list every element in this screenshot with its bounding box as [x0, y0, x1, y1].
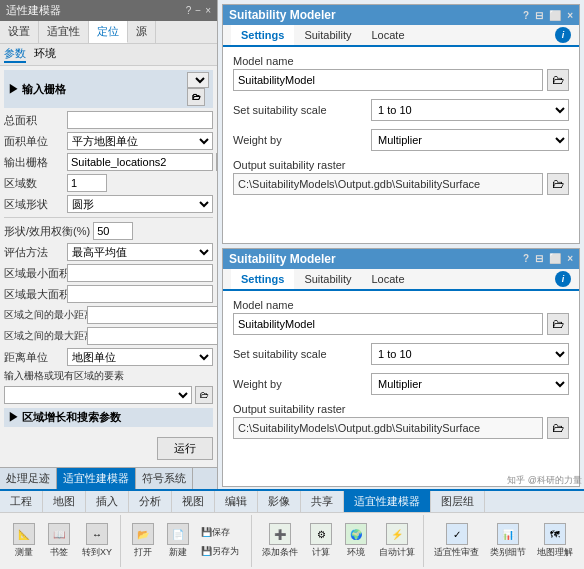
bottom-tab-suitability[interactable]: 适宜性建模器: [57, 468, 136, 489]
top-output-raster-label: Output suitability raster: [233, 159, 569, 171]
left-panel-tabs: 设置 适宜性 定位 源: [0, 21, 217, 44]
toolbar-tab-image[interactable]: 影像: [258, 491, 301, 512]
top-panel-help[interactable]: ?: [523, 10, 529, 21]
bottom-tab-suitability[interactable]: Suitability: [294, 269, 361, 291]
bottom-suitability-scale-select[interactable]: 1 to 10: [371, 343, 569, 365]
top-tab-settings[interactable]: Settings: [231, 25, 294, 47]
toolbar-tab-view[interactable]: 视图: [172, 491, 215, 512]
bottom-tab-locate[interactable]: Locate: [361, 269, 414, 291]
bottom-weight-by-select[interactable]: Multiplier: [371, 373, 569, 395]
top-tab-suitability[interactable]: Suitability: [294, 25, 361, 47]
top-model-name-input[interactable]: [233, 69, 543, 91]
top-panel-pin[interactable]: ⊟: [535, 10, 543, 21]
suitability-panel-bottom: Suitability Modeler ? ⊟ ⬜ × Settings Sui…: [222, 248, 580, 488]
toolbar-tab-insert[interactable]: 插入: [86, 491, 129, 512]
bottom-output-raster-folder[interactable]: 🗁: [547, 417, 569, 439]
bottom-panel-close[interactable]: ×: [567, 253, 573, 264]
minimize-icon[interactable]: −: [195, 5, 201, 16]
bottom-panel-help[interactable]: ?: [523, 253, 529, 264]
output-raster-folder[interactable]: 🗁: [216, 153, 217, 171]
toolbar-tab-project[interactable]: 工程: [0, 491, 43, 512]
region-shape-select[interactable]: 圆形: [67, 195, 213, 213]
output-raster-input[interactable]: [67, 153, 213, 171]
total-area-input[interactable]: [67, 111, 213, 129]
toolbar-new[interactable]: 📄 新建: [162, 521, 194, 561]
close-icon[interactable]: ×: [205, 5, 211, 16]
toolbar-tab-share[interactable]: 共享: [301, 491, 344, 512]
bottom-panel-pin[interactable]: ⊟: [535, 253, 543, 264]
top-panel-close[interactable]: ×: [567, 10, 573, 21]
toolbar-tab-analysis[interactable]: 分析: [129, 491, 172, 512]
toolbar-save-label: 💾: [201, 527, 212, 537]
max-area-input[interactable]: [67, 285, 213, 303]
bottom-tab-settings[interactable]: Settings: [231, 269, 294, 291]
top-output-raster-input[interactable]: [233, 173, 543, 195]
bottom-tab-symbol[interactable]: 符号系统: [136, 468, 193, 489]
toolbar-gotoxy[interactable]: ↔ 转到XY: [78, 521, 116, 561]
eval-method-label: 评估方法: [4, 245, 64, 260]
left-bottom-tabs: 处理足迹 适宜性建模器 符号系统: [0, 467, 217, 489]
environment-icon: 🌍: [345, 523, 367, 545]
toolbar-auto-calculate[interactable]: ⚡ 自动计算: [375, 521, 419, 561]
toolbar-saveas[interactable]: 💾 另存为: [197, 542, 247, 560]
input-raster-elements-select[interactable]: [4, 386, 192, 404]
tab-suitability[interactable]: 适宜性: [39, 21, 89, 43]
bottom-model-name-folder[interactable]: 🗁: [547, 313, 569, 335]
help-icon[interactable]: ?: [186, 5, 192, 16]
input-raster-folder[interactable]: 🗁: [187, 88, 205, 106]
grow-section[interactable]: ▶ 区域增长和搜索参数: [4, 408, 213, 427]
top-panel-content: Model name 🗁 Set suitability scale 1 to …: [223, 47, 579, 207]
params-tab[interactable]: 参数: [4, 46, 26, 63]
max-dist-input[interactable]: [87, 327, 217, 345]
eval-method-select[interactable]: 最高平均值: [67, 243, 213, 261]
toolbar-bookmark[interactable]: 📖 书签: [43, 521, 75, 561]
dist-unit-select[interactable]: 地图单位: [67, 348, 213, 366]
top-panel-help-circle[interactable]: i: [555, 27, 571, 43]
bottom-panel-help-circle[interactable]: i: [555, 271, 571, 287]
toolbar-category-detail[interactable]: 📊 类别细节: [486, 521, 530, 561]
toolbar-share-portal[interactable]: 🔗 共享到门户: [580, 521, 584, 561]
toolbar-tab-map[interactable]: 地图: [43, 491, 86, 512]
top-panel-float[interactable]: ⬜: [549, 10, 561, 21]
input-raster-section[interactable]: ▶ 输入栅格 🗁: [4, 70, 213, 108]
toolbar-open[interactable]: 📂 打开: [127, 521, 159, 561]
left-panel: 适性建模器 ? − × 设置 适宜性 定位 源 参数 环境 ▶ 输入栅格: [0, 0, 218, 489]
tab-yuan[interactable]: 源: [128, 21, 156, 43]
toolbar-save[interactable]: 💾 保存: [197, 523, 247, 541]
top-output-raster-folder[interactable]: 🗁: [547, 173, 569, 195]
toolbar-tab-layergroup[interactable]: 图层组: [431, 491, 485, 512]
toolbar-map-understand[interactable]: 🗺 地图理解: [533, 521, 577, 561]
bottom-model-name-input[interactable]: [233, 313, 543, 335]
rating-percent-label: 形状/效用权衡(%): [4, 224, 90, 239]
top-model-name-folder[interactable]: 🗁: [547, 69, 569, 91]
tab-dingwei[interactable]: 定位: [89, 21, 128, 43]
area-unit-select[interactable]: 平方地图单位: [67, 132, 213, 150]
toolbar-gotoxy-label: 转到XY: [82, 546, 112, 559]
min-area-input[interactable]: [67, 264, 213, 282]
toolbar-add-condition[interactable]: ➕ 添加条件: [258, 521, 302, 561]
region-count-input[interactable]: [67, 174, 107, 192]
toolbar-calculate[interactable]: ⚙ 计算: [305, 521, 337, 561]
measure-icon: 📐: [13, 523, 35, 545]
toolbar-tab-edit[interactable]: 编辑: [215, 491, 258, 512]
bottom-tab-footprint[interactable]: 处理足迹: [0, 468, 57, 489]
toolbar-environment-label: 环境: [347, 546, 365, 559]
tab-shezhi[interactable]: 设置: [0, 21, 39, 43]
toolbar-save-text: 保存: [212, 526, 230, 539]
top-suitability-scale-select[interactable]: 1 to 10: [371, 99, 569, 121]
top-tab-locate[interactable]: Locate: [361, 25, 414, 47]
toolbar-tab-suitability[interactable]: 适宜性建模器: [344, 491, 431, 512]
input-raster-elements-folder[interactable]: 🗁: [195, 386, 213, 404]
toolbar-environment[interactable]: 🌍 环境: [340, 521, 372, 561]
env-tab[interactable]: 环境: [34, 46, 56, 63]
run-button[interactable]: 运行: [157, 437, 213, 460]
toolbar-category-detail-label: 类别细节: [490, 546, 526, 559]
input-raster-select[interactable]: [187, 72, 209, 88]
toolbar-suitability-review[interactable]: ✓ 适宜性审查: [430, 521, 483, 561]
rating-percent-input[interactable]: [93, 222, 133, 240]
top-weight-by-select[interactable]: Multiplier: [371, 129, 569, 151]
toolbar-measure[interactable]: 📐 测量: [8, 521, 40, 561]
bottom-panel-float[interactable]: ⬜: [549, 253, 561, 264]
min-dist-input[interactable]: [87, 306, 217, 324]
bottom-output-raster-input[interactable]: [233, 417, 543, 439]
